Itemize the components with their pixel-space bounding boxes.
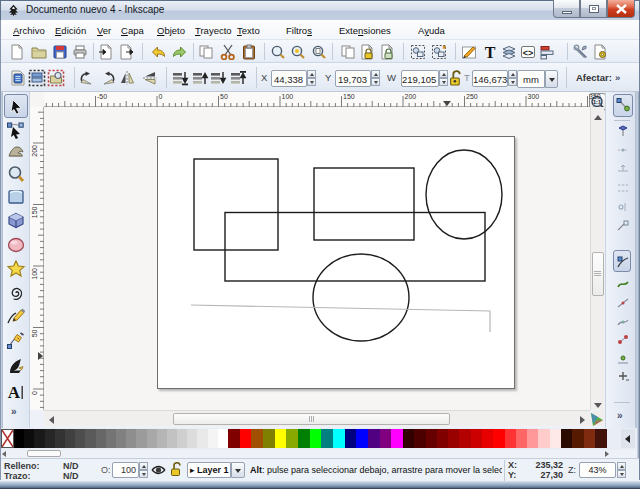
svg-text:T: T — [485, 44, 496, 60]
svg-text:200: 200 — [31, 145, 38, 157]
svg-text:0: 0 — [31, 391, 38, 395]
svg-text:100: 100 — [31, 268, 38, 280]
svg-text:150: 150 — [31, 206, 38, 218]
svg-text:150: 150 — [343, 93, 355, 100]
svg-text:<>: <> — [523, 48, 534, 58]
svg-text:-50: -50 — [97, 93, 107, 100]
svg-text:50: 50 — [31, 329, 38, 337]
svg-text:100: 100 — [282, 93, 294, 100]
svg-text:0: 0 — [159, 93, 163, 100]
svg-text:A: A — [8, 383, 21, 402]
svg-text:300: 300 — [528, 93, 540, 100]
svg-text:200: 200 — [405, 93, 417, 100]
svg-text:350: 350 — [589, 93, 601, 100]
svg-text:250: 250 — [466, 93, 478, 100]
svg-text:50: 50 — [220, 93, 228, 100]
